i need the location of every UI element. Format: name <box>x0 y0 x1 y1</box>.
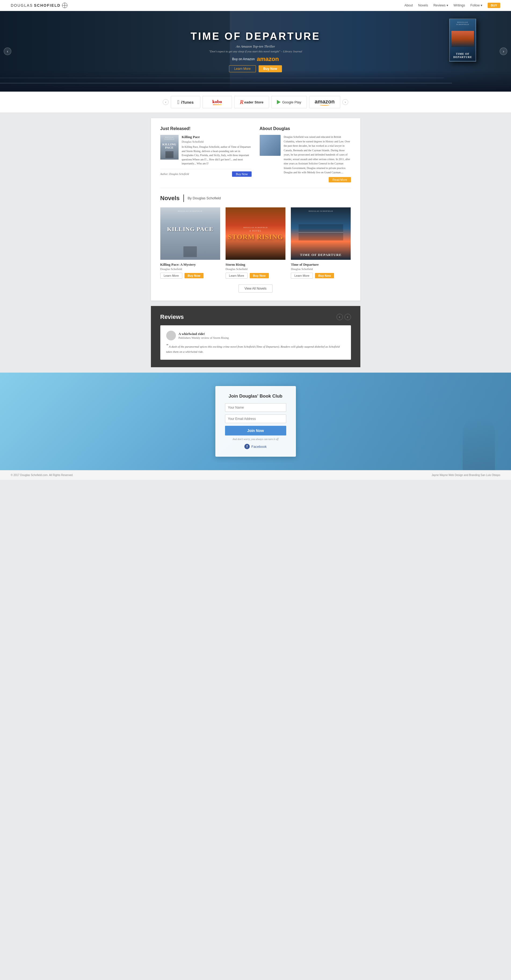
tod-buy-now-button[interactable]: Buy Now <box>315 273 334 278</box>
itunes-label: iTunes <box>181 100 194 105</box>
hero-quote: "Don't expect to get any sleep if you st… <box>207 50 304 53</box>
nav-writings[interactable]: Writings <box>454 3 465 7</box>
facebook-link[interactable]: f Facebook <box>225 444 286 449</box>
sr-cover-sub: A NOVEL <box>249 230 262 232</box>
crosshair-icon <box>62 3 67 8</box>
hero-title: TIME OF DEPARTURE <box>16 30 495 42</box>
time-departure-card-author: Douglas Schofield <box>291 267 351 270</box>
google-play-store-item[interactable]: Google Play <box>271 96 307 108</box>
thumb-title: KILLING PACE <box>161 143 178 149</box>
storm-rising-card-btns: Learn More Buy Now <box>225 273 286 278</box>
nav-logo: DOUGLAS SCHOFIELD <box>11 3 67 8</box>
review-top: A whirlwind ride! Publishers Weekly revi… <box>166 331 345 340</box>
hero-buy-prefix: Buy on Amazon <box>232 57 255 61</box>
hero-learn-more-button[interactable]: Learn More <box>229 65 256 72</box>
nav-buy-button[interactable]: BUY <box>488 3 500 8</box>
review-card: A whirlwind ride! Publishers Weekly revi… <box>160 325 351 360</box>
facebook-label: Facebook <box>251 445 267 449</box>
hero-content: TIME OF DEPARTURE An Amazon Top-ten Thri… <box>0 25 511 78</box>
book-cover-bridge <box>451 31 474 47</box>
amazon-store-label: amazon <box>315 99 335 104</box>
nav-follow[interactable]: Follow ▾ <box>470 3 482 7</box>
kp-buy-now-button[interactable]: Buy Now <box>184 273 203 278</box>
reader-store-item[interactable]: R eader Store <box>234 96 269 108</box>
thumb-image-area <box>165 151 173 158</box>
just-released-buy-button[interactable]: Buy Now <box>232 172 251 177</box>
email-input[interactable] <box>225 415 286 423</box>
storm-rising-card-author: Douglas Schofield <box>225 267 286 270</box>
thumb-author: DOUGLAS SCHOFIELD <box>161 137 178 140</box>
kp-cover-title: KILLING PACE <box>167 226 213 232</box>
novels-header: Novels By Douglas Schofield <box>160 194 351 202</box>
footer-credit: Jayne Wayne Web Design and Branding San … <box>432 474 500 477</box>
novels-title: Novels <box>160 195 179 202</box>
logo-last: SCHOFIELD <box>34 3 60 8</box>
sr-cover-author: DOUGLAS SCHOFIELD <box>243 226 268 229</box>
nav-about[interactable]: About <box>405 3 413 7</box>
kobo-store-item[interactable]: kobo <box>203 96 232 108</box>
reviews-header: Reviews ‹ › <box>160 313 351 320</box>
hero-next-button[interactable]: › <box>500 48 507 55</box>
novels-section: Novels By Douglas Schofield DOUGLAS SCHO… <box>160 194 351 293</box>
amazon-store-item[interactable]: amazon <box>309 96 340 108</box>
tod-learn-more-button[interactable]: Learn More <box>291 273 313 278</box>
hero-prev-button[interactable]: ‹ <box>4 48 11 55</box>
sr-buy-now-button[interactable]: Buy Now <box>250 273 269 278</box>
facebook-icon: f <box>244 444 250 449</box>
author-photo <box>260 135 281 156</box>
unsubscribe-text: And don't worry, you always can turn it … <box>225 438 286 441</box>
tod-cover-title: TIME OF DEPARTURE <box>300 253 341 257</box>
tod-cover-author: DOUGLAS SCHOFIELD <box>308 210 333 212</box>
store-bar: ‹  iTunes kobo R eader Store Google Pla… <box>0 92 511 113</box>
read-more-button[interactable]: Read More <box>328 177 351 182</box>
hero-buy-now-button[interactable]: Buy Now <box>259 65 282 72</box>
footer: © 2017 Douglas Schofield.com. All Rights… <box>0 470 511 480</box>
reviews-title: Reviews <box>160 313 184 320</box>
name-input[interactable] <box>225 403 286 412</box>
itunes-store-item[interactable]:  iTunes <box>171 96 200 108</box>
kp-learn-more-button[interactable]: Learn More <box>160 273 182 278</box>
hero-section: ‹ TIME OF DEPARTURE An Amazon Top-ten Th… <box>0 11 511 92</box>
novels-grid: DOUGLAS SCHOFIELD KILLING PACE Killing P… <box>160 207 351 278</box>
amazon-smile-icon <box>319 104 330 106</box>
store-prev-button[interactable]: ‹ <box>163 99 169 105</box>
reader-r-icon: R <box>240 99 244 106</box>
google-play-icon <box>277 100 281 104</box>
killing-pace-title: Killing Pace <box>182 135 252 139</box>
nav-links: About Novels Reviews ▾ Writings Follow ▾… <box>405 3 500 8</box>
sr-cover-title: STORM RISING <box>228 233 283 240</box>
nav-reviews[interactable]: Reviews ▾ <box>433 3 448 7</box>
hero-amazon-row: Buy on Amazon amazon <box>16 56 495 63</box>
join-now-button[interactable]: Join Now <box>225 426 286 436</box>
killing-pace-card-btns: Learn More Buy Now <box>160 273 220 278</box>
view-all-novels-button[interactable]: View All Novels <box>238 285 273 293</box>
sr-learn-more-button[interactable]: Learn More <box>225 273 248 278</box>
killing-pace-cover: DOUGLAS SCHOFIELD KILLING PACE <box>160 207 220 260</box>
main-card: Just Released! DOUGLAS SCHOFIELD KILLING… <box>151 118 360 301</box>
review-source-title: A whirlwind ride! <box>179 332 229 336</box>
hero-buttons: Learn More Buy Now <box>16 65 495 72</box>
apple-icon:  <box>177 99 179 105</box>
kobo-line-icon <box>213 105 222 105</box>
novels-divider <box>183 194 184 202</box>
tod-cover-bridge <box>298 224 343 240</box>
reviews-prev-button[interactable]: ‹ <box>336 314 343 320</box>
killing-pace-thumbnail: DOUGLAS SCHOFIELD KILLING PACE <box>160 135 179 159</box>
reviews-section: Reviews ‹ › A whirlwind ride! Publishers… <box>151 306 360 368</box>
time-departure-card-title: Time of Departure <box>291 262 351 267</box>
view-all-wrap: View All Novels <box>160 285 351 293</box>
about-inner: Douglas Schofield was raised and educate… <box>260 135 351 175</box>
book-cover-title: TIME OF DEPARTURE <box>451 52 474 59</box>
two-column-section: Just Released! DOUGLAS SCHOFIELD KILLING… <box>160 126 351 188</box>
time-departure-cover: DOUGLAS SCHOFIELD TIME OF DEPARTURE <box>291 207 351 260</box>
google-play-label: Google Play <box>282 100 301 104</box>
hero-book-cover: DOUGLAS SCHOFIELD TIME OF DEPARTURE <box>449 19 476 62</box>
just-released-title: Just Released! <box>160 126 252 131</box>
reviews-next-button[interactable]: › <box>344 314 351 320</box>
book-cover-author: DOUGLAS SCHOFIELD <box>451 21 474 25</box>
nav-novels[interactable]: Novels <box>418 3 428 7</box>
storm-rising-cover: DOUGLAS SCHOFIELD A NOVEL STORM RISING <box>225 207 286 260</box>
store-next-button[interactable]: › <box>342 99 348 105</box>
book-club-section: Join Douglas' Book Club Join Now And don… <box>0 372 511 470</box>
killing-pace-card-author: Douglas Schofield <box>160 267 220 270</box>
